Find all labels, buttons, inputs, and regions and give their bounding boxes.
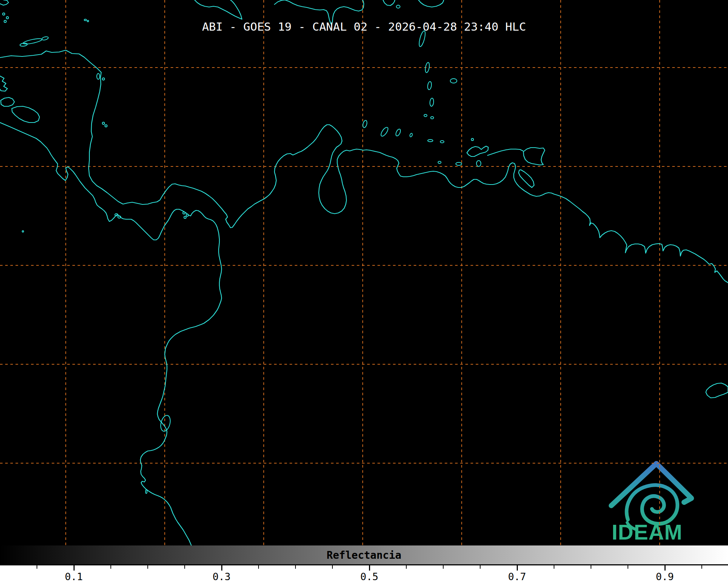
minor-tick <box>480 565 481 569</box>
island-utila <box>20 43 28 47</box>
island-las-aves <box>409 133 413 137</box>
lake-managua <box>1 97 14 106</box>
island-la-blanquilla <box>476 161 481 166</box>
ideam-logo-text: IDEAM <box>612 520 689 544</box>
coastline-jamaica <box>195 0 242 19</box>
coastline-fonseca-zigzag <box>0 76 7 91</box>
lake-nicaragua <box>12 106 40 123</box>
island-islet <box>118 216 121 218</box>
island-cay <box>6 17 8 19</box>
coastline-margarita <box>467 146 488 156</box>
island-st-vincent <box>430 98 434 107</box>
minor-tick <box>37 565 37 569</box>
island-san-andres <box>102 122 105 124</box>
tick-label: 0.5 <box>360 571 379 582</box>
minor-tick <box>295 565 296 569</box>
island-islet <box>102 78 105 80</box>
minor-tick <box>701 565 702 569</box>
island-providencia <box>105 125 107 127</box>
colorbar-label: Reflectancia <box>0 549 728 561</box>
minor-tick <box>443 565 444 569</box>
major-tick <box>664 565 666 571</box>
minor-tick <box>554 565 554 569</box>
coastline-orinoco-delta-inner <box>519 170 534 187</box>
island-st-lucia <box>427 81 432 90</box>
island-los-roques <box>428 140 433 142</box>
minor-tick <box>184 565 185 569</box>
island-guanaja <box>41 36 48 41</box>
island-la-plata <box>146 490 147 493</box>
island-la-tortuga <box>456 162 462 165</box>
island-grenada <box>424 114 427 117</box>
island-barbados <box>450 79 457 83</box>
major-tick <box>221 565 222 571</box>
minor-tick <box>147 565 148 569</box>
image-title: ABI - GOES 19 - CANAL 02 - 2026-04-28 23… <box>0 20 728 33</box>
island-islet <box>471 138 474 141</box>
minor-tick <box>110 565 111 569</box>
island-curacao <box>380 126 389 137</box>
island-aruba <box>362 120 368 128</box>
tick-label: 0.3 <box>213 571 231 582</box>
island-malpelo <box>22 231 24 232</box>
major-tick <box>74 565 75 571</box>
island-bonaire <box>395 128 401 137</box>
coastline-caribbean-main <box>0 50 728 283</box>
reflectance-colorbar: Reflectancia <box>0 545 728 565</box>
minor-tick <box>628 565 628 569</box>
colorbar-axis: 0.10.30.50.70.9 <box>0 565 728 582</box>
tick-label: 0.7 <box>508 571 526 582</box>
coastline-trinidad <box>523 148 545 165</box>
coastline-mona-island <box>383 0 395 6</box>
island-islet <box>438 161 441 163</box>
tick-label: 0.9 <box>656 571 674 582</box>
minor-tick <box>591 565 591 569</box>
island-corn-island <box>97 73 100 79</box>
major-tick <box>369 565 370 571</box>
minor-tick <box>332 565 333 569</box>
tick-label: 0.1 <box>65 571 83 582</box>
island-coiba <box>115 214 118 216</box>
island-la-orchila <box>440 141 444 143</box>
coastline-pacific-main <box>0 123 222 545</box>
island-roatan <box>23 38 42 45</box>
island-pearl-island <box>184 216 186 218</box>
island-islet <box>396 5 400 8</box>
island-puna <box>159 414 172 433</box>
major-tick <box>517 565 518 571</box>
island-islet <box>431 117 434 119</box>
guri-reservoir <box>706 383 728 398</box>
minor-tick <box>258 565 259 569</box>
minor-tick <box>406 565 407 569</box>
island-pearl-island <box>183 212 185 214</box>
island-cay <box>3 13 5 15</box>
logo-hurricane-spiral <box>627 485 678 524</box>
island-pearl-island <box>186 214 188 216</box>
satellite-image-viewport: ABI - GOES 19 - CANAL 02 - 2026-04-28 23… <box>0 0 728 582</box>
coastline-puerto-rico-south <box>418 0 444 7</box>
coastline-cuba-corner <box>0 0 8 5</box>
coastline-paria-peninsula <box>488 149 523 155</box>
island-martinique <box>425 62 430 73</box>
